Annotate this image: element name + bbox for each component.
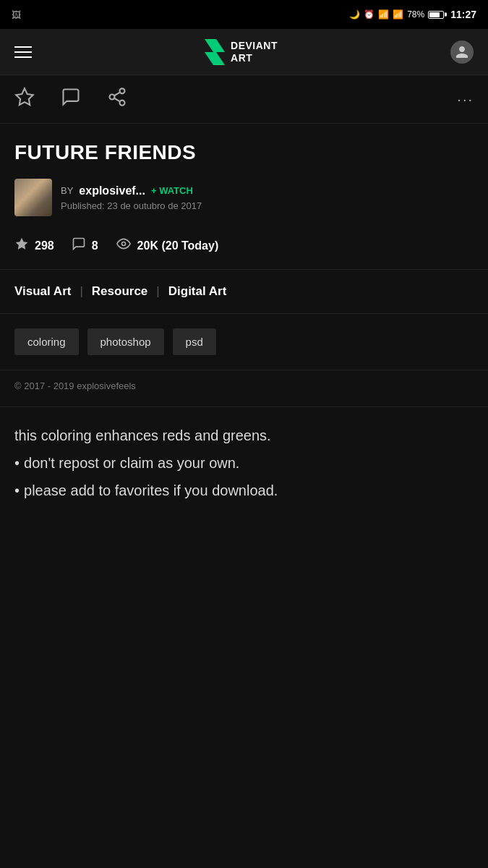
categories-row: Visual Art | Resource | Digital Art: [14, 284, 474, 299]
user-icon: [455, 45, 469, 59]
views-eye-icon: [116, 237, 132, 255]
author-avatar[interactable]: [14, 179, 52, 216]
avatar-image: [14, 179, 52, 216]
views-stat: 20K (20 Today): [116, 237, 219, 255]
hamburger-line-1: [14, 46, 32, 48]
cat-separator-2: |: [156, 284, 159, 299]
cat-separator-1: |: [80, 284, 82, 299]
favorites-stat: 298: [14, 237, 54, 255]
svg-point-2: [120, 88, 125, 93]
hamburger-line-3: [14, 56, 32, 58]
share-action-icon[interactable]: [107, 87, 127, 111]
status-bar: 🖼 🌙 ⏰ 📶 📶 78% 11:27: [0, 0, 488, 29]
publish-date: Published: 23 de outubro de 2017: [61, 200, 474, 211]
profile-button[interactable]: [450, 41, 474, 64]
comments-count: 8: [92, 239, 98, 252]
hamburger-line-2: [14, 51, 32, 53]
bullet-text-2: please add to favorites if you download.: [24, 480, 278, 501]
author-name[interactable]: explosivef...: [79, 184, 145, 197]
notification-icon: 🖼: [12, 9, 21, 20]
favorite-action-icon[interactable]: [14, 87, 35, 111]
description-intro: this coloring enhances reds and greens.: [14, 425, 474, 446]
views-count: 20K (20 Today): [137, 239, 219, 252]
svg-point-4: [120, 101, 125, 106]
svg-marker-0: [205, 39, 225, 65]
tags-row: coloring photoshop psd: [14, 328, 474, 355]
copyright-text: © 2017 - 2019 explosivefeels: [14, 380, 136, 391]
categories-section: Visual Art | Resource | Digital Art: [0, 270, 488, 314]
by-label: BY: [61, 185, 73, 196]
author-info: BY explosivef... + WATCH Published: 23 d…: [61, 184, 474, 211]
profile-circle: [450, 41, 474, 64]
comments-icon: [72, 237, 86, 255]
svg-point-8: [121, 242, 125, 246]
navbar: DEVIANT ART: [0, 29, 488, 75]
description-bullet-2: • please add to favorites if you downloa…: [14, 480, 474, 501]
art-info: FUTURE FRIENDS BY explosivef... + WATCH …: [0, 124, 488, 216]
da-logo-icon: [205, 39, 225, 65]
svg-marker-1: [16, 88, 33, 105]
favorites-star-icon: [14, 237, 29, 255]
svg-marker-7: [16, 238, 28, 250]
status-icons: 🌙 ⏰ 📶 📶 78% 11:27: [349, 9, 476, 20]
svg-line-6: [114, 93, 120, 96]
author-row: BY explosivef... + WATCH Published: 23 d…: [14, 179, 474, 216]
battery-icon: [428, 11, 444, 19]
wifi-icon: 📶: [378, 9, 389, 20]
hamburger-menu[interactable]: [14, 46, 32, 58]
comment-action-icon[interactable]: [61, 87, 81, 111]
tag-coloring[interactable]: coloring: [14, 328, 79, 355]
category-resource[interactable]: Resource: [92, 284, 147, 299]
tag-photoshop[interactable]: photoshop: [87, 328, 164, 355]
bullet-text-1: don't repost or claim as your own.: [24, 452, 239, 474]
copyright-section: © 2017 - 2019 explosivefeels: [0, 370, 488, 407]
tag-psd[interactable]: psd: [173, 328, 216, 355]
author-name-row: BY explosivef... + WATCH: [61, 184, 474, 197]
svg-line-5: [114, 98, 120, 102]
bullet-char-2: •: [14, 480, 20, 501]
action-bar: ···: [0, 75, 488, 124]
deviantart-logo[interactable]: DEVIANT ART: [205, 39, 278, 65]
bullet-char-1: •: [14, 452, 20, 474]
time-display: 11:27: [450, 9, 476, 20]
category-digital-art[interactable]: Digital Art: [168, 284, 227, 299]
battery-percentage: 78%: [407, 9, 424, 20]
da-logo-text: DEVIANT ART: [231, 40, 278, 64]
category-visual-art[interactable]: Visual Art: [14, 284, 71, 299]
art-title: FUTURE FRIENDS: [14, 141, 474, 164]
tags-section: coloring photoshop psd: [0, 314, 488, 370]
more-options-button[interactable]: ···: [457, 91, 474, 108]
alarm-icon: ⏰: [364, 9, 374, 20]
svg-point-3: [110, 95, 115, 100]
favorites-count: 298: [35, 239, 54, 252]
comments-stat: 8: [72, 237, 98, 255]
watch-button[interactable]: + WATCH: [151, 185, 193, 196]
description-section: this coloring enhances reds and greens. …: [0, 407, 488, 519]
signal-bars-icon: 📶: [393, 9, 403, 20]
stats-row: 298 8 20K (20 Today): [0, 222, 488, 270]
moon-icon: 🌙: [349, 9, 360, 20]
description-bullet-1: • don't repost or claim as your own.: [14, 452, 474, 474]
